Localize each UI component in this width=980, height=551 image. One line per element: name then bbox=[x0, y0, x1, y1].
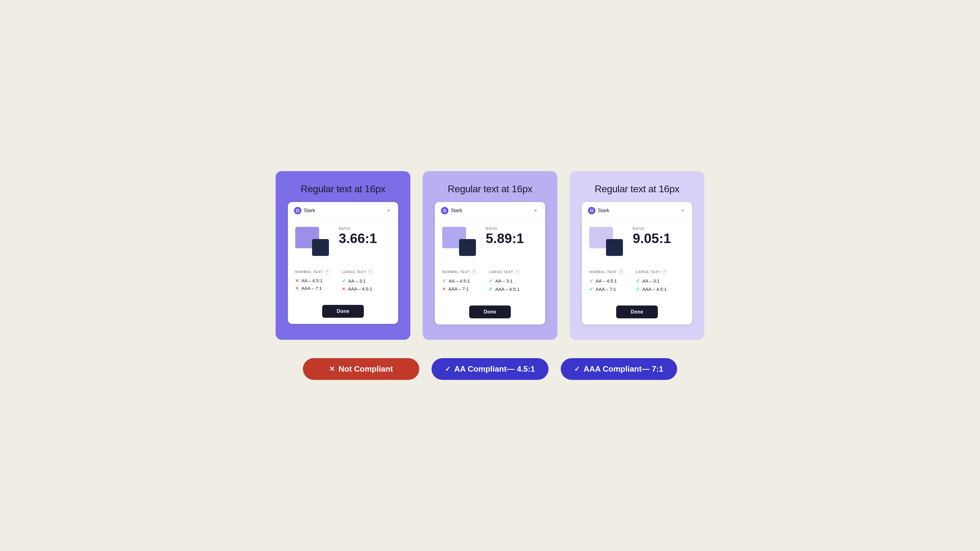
page-container: Regular text at 16pxStark×RATIO3.66:1NOR… bbox=[275, 171, 705, 380]
ratio-value-3: 9.05:1 bbox=[633, 232, 671, 245]
fg-square-1 bbox=[312, 239, 329, 256]
ratio-div-1: RATIO3.66:1 bbox=[339, 227, 377, 245]
cross-icon: ✕ bbox=[442, 286, 446, 291]
check-icon: ✓ bbox=[636, 286, 640, 292]
fg-square-2 bbox=[459, 239, 476, 256]
col-label-normal_text-1: NORMAL TEXT bbox=[295, 270, 323, 274]
fg-square-3 bbox=[606, 239, 623, 256]
compliance-row-aa-normal_text-2: ✓AA – 4.5:1 bbox=[442, 278, 477, 284]
compliance-col-large_text-1: LARGE TEXT?✓AA – 3:1✕AAA – 4.5:1 bbox=[342, 269, 373, 291]
ratio-label-1: RATIO bbox=[339, 227, 377, 230]
help-icon-normal_text-2[interactable]: ? bbox=[472, 269, 477, 274]
compliance-row-aa-large_text-2: ✓AA – 3:1 bbox=[489, 278, 520, 284]
card-heading-1: Regular text at 16px bbox=[301, 183, 385, 195]
close-btn-2[interactable]: × bbox=[532, 207, 539, 214]
compliance-col-normal_text-3: NORMAL TEXT?✓AA – 4.5:1✓AAA – 7:1 bbox=[589, 269, 624, 292]
done-btn-3[interactable]: Done bbox=[616, 305, 658, 318]
compliance-row-aaa-large_text-2: ✓AAA – 4.5:1 bbox=[489, 286, 520, 292]
compliance-row-aa-large_text-1: ✓AA – 3:1 bbox=[342, 278, 373, 284]
panel-footer-2: Done bbox=[435, 305, 545, 324]
done-btn-1[interactable]: Done bbox=[322, 305, 364, 318]
compliance-row-aa-large_text-3: ✓AA – 3:1 bbox=[636, 278, 667, 284]
inner-panel-2: Stark×RATIO5.89:1NORMAL TEXT?✓AA – 4.5:1… bbox=[435, 202, 545, 324]
ratio-div-3: RATIO9.05:1 bbox=[633, 227, 671, 245]
check-icon: ✓ bbox=[636, 278, 640, 284]
ratio-section-1: RATIO3.66:1 bbox=[295, 227, 391, 262]
close-btn-3[interactable]: × bbox=[679, 207, 686, 214]
compliance-row-aaa-normal_text-3: ✓AAA – 7:1 bbox=[589, 286, 624, 292]
compliance-grid-3: NORMAL TEXT?✓AA – 4.5:1✓AAA – 7:1LARGE T… bbox=[589, 269, 685, 292]
panel-header-3: Stark× bbox=[582, 202, 692, 219]
help-icon-large_text-1[interactable]: ? bbox=[368, 269, 373, 274]
card-heading-3: Regular text at 16px bbox=[595, 183, 679, 195]
compliance-text-aaa-large_text-2: AAA – 4.5:1 bbox=[495, 286, 519, 292]
outer-card-3: Regular text at 16pxStark×RATIO9.05:1NOR… bbox=[570, 171, 705, 340]
col-label-large_text-2: LARGE TEXT bbox=[489, 270, 513, 274]
badge-text-3: AAA Compliant— 7:1 bbox=[584, 364, 663, 374]
panel-body-3: RATIO9.05:1NORMAL TEXT?✓AA – 4.5:1✓AAA –… bbox=[582, 219, 692, 305]
col-header-large_text-2: LARGE TEXT? bbox=[489, 269, 520, 274]
help-icon-normal_text-1[interactable]: ? bbox=[325, 269, 329, 274]
card-heading-2: Regular text at 16px bbox=[448, 183, 532, 195]
compliance-row-aaa-large_text-3: ✓AAA – 4.5:1 bbox=[636, 286, 667, 292]
col-header-normal_text-2: NORMAL TEXT? bbox=[442, 269, 477, 274]
check-icon: ✓ bbox=[489, 278, 493, 284]
cross-icon: ✕ bbox=[295, 278, 299, 283]
done-btn-2[interactable]: Done bbox=[469, 305, 511, 318]
ratio-div-2: RATIO5.89:1 bbox=[486, 227, 524, 245]
compliance-text-aaa-normal_text-2: AAA – 7:1 bbox=[449, 286, 469, 291]
inner-panel-1: Stark×RATIO3.66:1NORMAL TEXT?✕AA – 4.5:1… bbox=[288, 202, 398, 324]
color-preview-2 bbox=[442, 227, 476, 256]
cross-icon: ✕ bbox=[342, 286, 345, 291]
ratio-label-2: RATIO bbox=[486, 227, 524, 230]
cross-icon: ✕ bbox=[295, 286, 299, 291]
compliance-grid-2: NORMAL TEXT?✓AA – 4.5:1✕AAA – 7:1LARGE T… bbox=[442, 269, 538, 292]
help-icon-large_text-2[interactable]: ? bbox=[515, 269, 520, 274]
check-icon: ✓ bbox=[442, 278, 446, 284]
col-header-large_text-3: LARGE TEXT? bbox=[636, 269, 667, 274]
panel-title-1: Stark bbox=[304, 208, 315, 213]
badges-row: ✕Not Compliant✓AA Compliant— 4.5:1✓AAA C… bbox=[275, 358, 705, 380]
col-label-normal_text-3: NORMAL TEXT bbox=[589, 270, 617, 274]
compliance-row-aa-normal_text-1: ✕AA – 4.5:1 bbox=[295, 278, 329, 283]
panel-header-left-2: Stark bbox=[441, 207, 462, 214]
stark-logo-1 bbox=[294, 207, 301, 214]
compliance-text-aaa-large_text-3: AAA – 4.5:1 bbox=[642, 286, 667, 292]
panel-title-2: Stark bbox=[451, 208, 462, 213]
badge-icon-2: ✓ bbox=[445, 365, 450, 373]
outer-card-2: Regular text at 16pxStark×RATIO5.89:1NOR… bbox=[423, 171, 557, 340]
close-btn-1[interactable]: × bbox=[385, 207, 392, 214]
check-icon: ✓ bbox=[342, 278, 346, 284]
col-header-normal_text-3: NORMAL TEXT? bbox=[589, 269, 624, 274]
help-icon-large_text-3[interactable]: ? bbox=[662, 269, 667, 274]
compliance-text-aa-large_text-3: AA – 3:1 bbox=[642, 278, 660, 283]
col-label-large_text-1: LARGE TEXT bbox=[342, 270, 366, 274]
badge-badge-3: ✓AAA Compliant— 7:1 bbox=[561, 358, 677, 380]
compliance-text-aa-normal_text-2: AA – 4.5:1 bbox=[449, 278, 470, 283]
compliance-text-aa-normal_text-1: AA – 4.5:1 bbox=[301, 278, 323, 283]
compliance-text-aaa-normal_text-1: AAA – 7:1 bbox=[301, 286, 322, 291]
ratio-label-3: RATIO bbox=[633, 227, 671, 230]
cards-row: Regular text at 16pxStark×RATIO3.66:1NOR… bbox=[275, 171, 705, 340]
color-preview-3 bbox=[589, 227, 623, 256]
compliance-text-aa-large_text-1: AA – 3:1 bbox=[348, 278, 366, 283]
ratio-section-3: RATIO9.05:1 bbox=[589, 227, 685, 262]
help-icon-normal_text-3[interactable]: ? bbox=[619, 269, 624, 274]
ratio-section-2: RATIO5.89:1 bbox=[442, 227, 538, 262]
badge-text-1: Not Compliant bbox=[339, 364, 393, 374]
ratio-value-1: 3.66:1 bbox=[339, 232, 377, 245]
check-icon: ✓ bbox=[489, 286, 493, 292]
compliance-row-aaa-normal_text-2: ✕AAA – 7:1 bbox=[442, 286, 477, 291]
panel-body-2: RATIO5.89:1NORMAL TEXT?✓AA – 4.5:1✕AAA –… bbox=[435, 219, 545, 305]
col-label-large_text-3: LARGE TEXT bbox=[636, 270, 660, 274]
col-header-normal_text-1: NORMAL TEXT? bbox=[295, 269, 329, 274]
col-header-large_text-1: LARGE TEXT? bbox=[342, 269, 373, 274]
badge-text-2: AA Compliant— 4.5:1 bbox=[454, 364, 535, 374]
badge-badge-1: ✕Not Compliant bbox=[303, 358, 419, 380]
check-icon: ✓ bbox=[589, 286, 593, 292]
compliance-col-large_text-3: LARGE TEXT?✓AA – 3:1✓AAA – 4.5:1 bbox=[636, 269, 667, 292]
compliance-text-aaa-large_text-1: AAA – 4.5:1 bbox=[348, 286, 372, 291]
check-icon: ✓ bbox=[589, 278, 593, 284]
compliance-text-aa-large_text-2: AA – 3:1 bbox=[495, 278, 513, 283]
stark-logo-3 bbox=[588, 207, 595, 214]
